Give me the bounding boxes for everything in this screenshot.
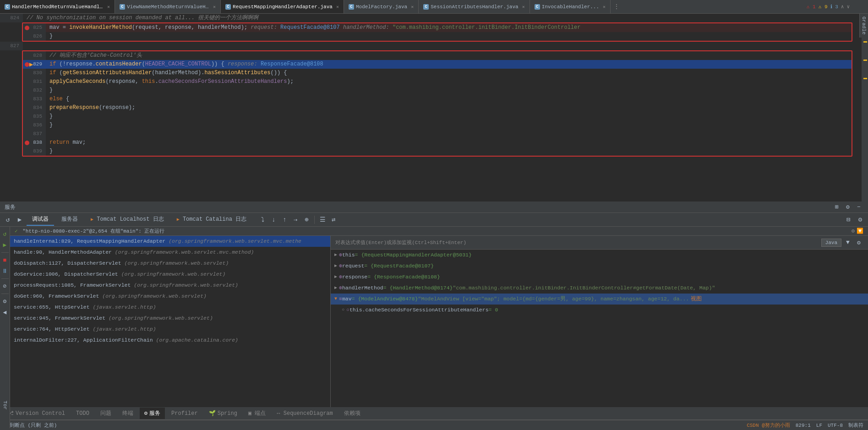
position-indicator[interactable]: 829:1: [796, 423, 811, 428]
lf-indicator[interactable]: LF: [816, 423, 822, 428]
tomcat-localhost-tab[interactable]: ▶ Tomcat Localhost 日志: [85, 213, 169, 226]
line-content-824: // No synchronization on session demande…: [23, 14, 862, 22]
indent-indicator[interactable]: 制表符: [848, 422, 863, 429]
tab-modelfactory[interactable]: C ModelFactory.java ✕: [344, 0, 419, 14]
frame-item-0[interactable]: handleInternal:829, RequestMappingHandle…: [10, 236, 330, 247]
var-this[interactable]: ▶ ⊕ this = {RequestMappingHandlerAdapter…: [331, 250, 868, 261]
var-response[interactable]: ▶ ⊕ response = {ResponseFacade@8108}: [331, 272, 868, 283]
frame-item-5[interactable]: doGet:960, FrameworkServlet (org.springf…: [10, 291, 330, 302]
gradle-label[interactable]: Gradle: [859, 14, 868, 38]
line-content-829: if (!response.containsHeader(HEADER_CACH…: [46, 60, 852, 69]
service-label: 服务: [5, 203, 16, 211]
line-content-828: // 响应不包含'Cache-Control'头: [46, 51, 852, 60]
frame-item-6[interactable]: service:655, HttpServlet (javax.servlet.…: [10, 302, 330, 313]
eval-settings-icon[interactable]: ⚙: [854, 238, 863, 247]
line-num-824: 824: [0, 14, 23, 22]
code-line-835: 835 }: [23, 112, 852, 121]
code-line-830: 830 if (getSessionAttributesHandler(hand…: [23, 69, 852, 77]
expand-panel-icon[interactable]: ⊞: [832, 202, 841, 212]
step-back-icon[interactable]: ◀: [0, 308, 10, 317]
minimize-icon[interactable]: −: [854, 202, 863, 212]
expand-icon[interactable]: ∧: [841, 4, 844, 10]
info-count: ℹ 3: [830, 4, 838, 10]
tab-invocable[interactable]: C InvocableHandler... ✕: [530, 0, 611, 14]
todo-tab[interactable]: TODO: [71, 408, 94, 419]
service-header: 服务 ⊞ ⚙ −: [0, 201, 868, 213]
tab-label-3: RequestMappingHandlerAdapter.java: [233, 4, 333, 10]
tomcat-catalina-tab[interactable]: ▶ Tomcat Catalina 日志: [171, 213, 252, 226]
var-request[interactable]: ▶ ⊕ request = {RequestFacade@8107}: [331, 261, 868, 272]
step-over-icon[interactable]: ⤵: [257, 215, 267, 225]
frame-item-9[interactable]: internalDoFilter:227, ApplicationFilterC…: [10, 335, 330, 346]
dependencies-tab[interactable]: 依赖项: [339, 408, 365, 419]
step-out-icon[interactable]: ↑: [279, 215, 289, 225]
settings-bp-icon[interactable]: ⚙: [0, 297, 10, 306]
var-cache-seconds[interactable]: ○ ○ this.cacheSecondsForSessionAttribute…: [331, 305, 868, 316]
frames-icon[interactable]: ☰: [317, 215, 328, 225]
error-count: ⚠ 1: [807, 4, 816, 10]
tab-close-4[interactable]: ✕: [411, 4, 414, 10]
mute-breakpoints-icon[interactable]: ⊘: [0, 282, 10, 291]
java-lang-badge[interactable]: Java: [821, 239, 841, 247]
problems-tab[interactable]: 问题: [96, 408, 116, 419]
step-into-icon[interactable]: ↓: [268, 215, 278, 225]
frame-item-8[interactable]: service:764, HttpServlet (javax.servlet.…: [10, 324, 330, 335]
line-content-831: applyCacheSeconds(response, this.cacheSe…: [46, 77, 852, 86]
debug-stop-icon[interactable]: ■: [0, 256, 10, 265]
resume-debug-icon[interactable]: ▶: [15, 215, 25, 225]
frame-item-4[interactable]: processRequest:1085, FrameworkServlet (o…: [10, 280, 330, 291]
code-line-824: 824 // No synchronization on session dem…: [0, 14, 862, 22]
debug-resume-icon[interactable]: ▶: [0, 240, 10, 250]
frame-item-1[interactable]: handle:90, HandlerMethodAdapter (org.spr…: [10, 247, 330, 258]
frames-panel: handleInternal:829, RequestMappingHandle…: [10, 236, 331, 414]
threads-icon[interactable]: ⇄: [328, 215, 338, 225]
code-line-833: 833 else {: [23, 95, 852, 103]
tab-close-1[interactable]: ✕: [107, 4, 110, 10]
tab-label-1: HandlerMethodReturnValueHandlerComposite…: [12, 4, 104, 10]
spring-tab[interactable]: 🌱 Spring: [204, 408, 242, 419]
settings-icon[interactable]: ⚙: [843, 202, 852, 212]
thread-status: ✓ "http-nio-8080-exec-2"@2,654 在组"main":…: [10, 227, 868, 236]
services-tab[interactable]: ⚙ 服务: [140, 408, 165, 419]
encoding-indicator[interactable]: UTF-8: [828, 423, 843, 428]
frame-item-2[interactable]: doDispatch:1127, DispatcherServlet (org.…: [10, 258, 330, 269]
line-content-839: }: [46, 147, 852, 156]
watermark: CSDN @努力的小雨: [747, 422, 790, 429]
tab-bar: C HandlerMethodReturnValueHandlerComposi…: [0, 0, 868, 14]
layout-icon[interactable]: ⊟: [843, 215, 853, 225]
endpoints-tab[interactable]: ▣ 端点: [244, 408, 270, 419]
run-to-cursor-icon[interactable]: ⇢: [290, 215, 300, 225]
tab-handler-method[interactable]: C HandlerMethodReturnValueHandlerComposi…: [0, 0, 115, 14]
sequence-tab[interactable]: ↔ SequenceDiagram: [272, 408, 337, 419]
tab-close-3[interactable]: ✕: [336, 4, 339, 10]
version-control-tab[interactable]: ⎇ Version Control: [3, 408, 70, 419]
tab-session[interactable]: C SessionAttributesHandler.java ✕: [419, 0, 530, 14]
eval-dropdown-icon[interactable]: ▼: [843, 238, 852, 247]
tab-close-6[interactable]: ✕: [603, 4, 606, 10]
debugger-tab[interactable]: 调试器: [27, 213, 54, 226]
status-bar: 回到断点 (只剩 之前) CSDN @努力的小雨 829:1 LF UTF-8 …: [0, 420, 868, 430]
settings-debug-icon[interactable]: ⚙: [855, 215, 865, 225]
debug-restart-icon[interactable]: ↺: [0, 229, 10, 239]
code-line-827: 827: [0, 42, 862, 50]
frame-item-3[interactable]: doService:1006, DispatcherServlet (org.s…: [10, 269, 330, 280]
server-tab[interactable]: 服务器: [56, 213, 83, 226]
tab-requestmapping[interactable]: C RequestMappingHandlerAdapter.java ✕: [221, 0, 344, 14]
var-mav[interactable]: ▼ ≡ mav = {ModelAndView@8478} "ModelAndV…: [331, 294, 868, 305]
var-handlermethod[interactable]: ▶ ⊕ handlerMethod = {HandlerMethod@8174}…: [331, 283, 868, 294]
collapse-icon[interactable]: ∨: [846, 4, 850, 10]
tor-label[interactable]: Tor: [2, 401, 8, 410]
frame-item-7[interactable]: service:945, FrameworkServlet (org.sprin…: [10, 313, 330, 324]
profiler-tab[interactable]: Profiler: [167, 408, 202, 419]
line-content-836: }: [46, 121, 852, 130]
editor-area: 824 // No synchronization on session dem…: [0, 14, 868, 201]
tab-viewname[interactable]: C ViewNameMethodReturnValueHandler.java …: [115, 0, 221, 14]
debug-pause-icon[interactable]: ⏸: [0, 267, 10, 276]
status-left-text: 回到断点 (只剩 之前): [5, 422, 57, 429]
tab-close-2[interactable]: ✕: [213, 4, 216, 10]
evaluate-expr-icon[interactable]: ⊕: [301, 215, 311, 225]
terminal-tab[interactable]: 终端: [118, 408, 138, 419]
more-tabs-icon[interactable]: ⋮: [611, 3, 622, 11]
tab-close-5[interactable]: ✕: [522, 4, 525, 10]
rerun-icon[interactable]: ↺: [3, 215, 13, 225]
